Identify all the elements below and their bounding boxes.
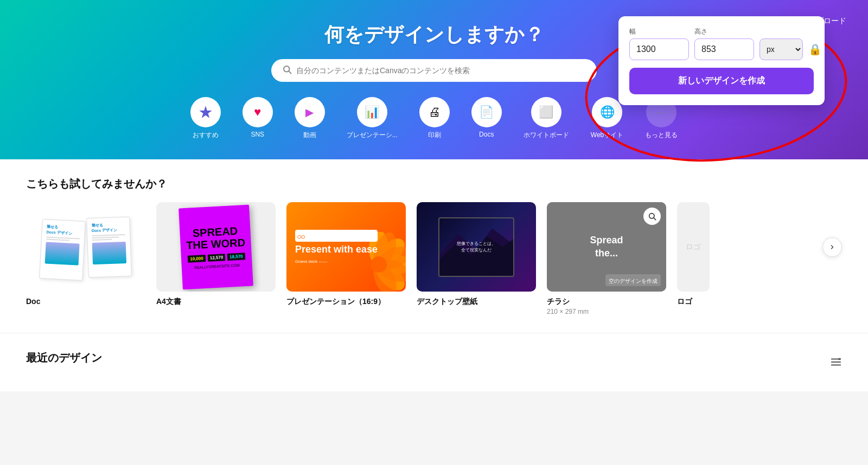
a4-label: A4文書 [156,297,276,307]
sidebar-item-sns[interactable]: ♥ SNS [242,97,273,140]
sidebar-item-docs[interactable]: 📄 Docs [471,97,502,140]
sidebar-item-whiteboard[interactable]: ⬜ ホワイトボード [524,97,569,140]
recent-section-title: 最近のデザイン [26,351,102,365]
unit-field: px mm cm in [760,29,803,60]
card-doc[interactable]: 魅せるDocs デザイン 魅せるDocs デザイン Doc [26,202,145,315]
wallpaper-thumbnail: 想像できることは、全て現実なんだ [417,202,536,292]
logo-label: ロゴ [677,297,710,307]
video-icon: ▶ [295,97,325,127]
card-wallpaper[interactable]: 想像できることは、全て現実なんだ デスクトップ壁紙 [417,202,536,315]
create-design-button[interactable]: 新しいデザインを作成 [629,68,814,94]
whiteboard-icon: ⬜ [531,97,561,127]
try-section-title: こちらも試してみませんか？ [26,177,842,191]
print-icon: 🖨 [419,97,450,127]
doc-thumbnail: 魅せるDocs デザイン 魅せるDocs デザイン [26,202,145,292]
recent-section: 最近のデザイン [0,333,868,391]
website-icon: 🌐 [592,97,622,127]
flyer-label: チラシ [547,297,666,307]
wallpaper-text: 想像できることは、全て現実なんだ [457,241,496,254]
sns-icon: ♥ [242,97,273,127]
height-label: 高さ [694,27,754,36]
search-bar [271,59,597,82]
website-label: Webサイト [591,131,623,140]
height-field: 高さ [694,27,754,60]
a4-thumbnail: SPREADTHE WORD 10,000 12,570 18,570 REAL… [156,202,276,292]
pres-thumbnail: ⬡⬡ Present with ease Grand deck —— [286,202,406,292]
recent-header: 最近のデザイン [26,351,842,376]
doc-page-front: 魅せるDocs デザイン [86,216,132,277]
logo-partial-text: ロゴ [677,242,710,252]
card-a4[interactable]: SPREADTHE WORD 10,000 12,570 18,570 REAL… [156,202,276,315]
sidebar-item-website[interactable]: 🌐 Webサイト [591,97,623,140]
card-flyer[interactable]: Spreadthe... 空のデザインを作成 チラシ 210 × 297 mm [547,202,666,315]
svg-line-1 [289,71,291,73]
a4-subtext: REALLYGREATSITE.COM [194,263,240,269]
whiteboard-label: ホワイトボード [524,131,569,140]
card-logo[interactable]: ロゴ ロゴ [677,202,710,315]
more-label: もっと見る [645,131,678,140]
recommend-icon [190,97,221,127]
svg-rect-19 [839,358,841,360]
sidebar-item-recommend[interactable]: おすすめ [190,97,221,140]
presentation-icon: 📊 [357,97,387,127]
sidebar-item-print[interactable]: 🖨 印刷 [419,97,450,140]
print-label: 印刷 [428,131,441,140]
width-label: 幅 [629,27,689,36]
svg-line-15 [654,218,656,220]
sidebar-item-video[interactable]: ▶ 動画 [295,97,325,140]
recommend-label: おすすめ [193,131,219,140]
wallpaper-inner: 想像できることは、全て現実なんだ [438,217,514,277]
logo-thumbnail: ロゴ [677,202,710,292]
card-grid: 魅せるDocs デザイン 魅せるDocs デザイン Doc SP [26,202,842,315]
hero-banner: カスタムサイズ アップロード 何をデザインしますか？ おすすめ ♥ SNS [0,0,868,159]
unit-label [760,29,803,36]
doc-label: Doc [26,297,145,306]
doc-page-back: 魅せるDocs デザイン [39,218,86,280]
card-grid-wrapper: 魅せるDocs デザイン 魅せるDocs デザイン Doc SP [26,202,842,315]
pres-brand-badge: ⬡⬡ [295,230,378,242]
flyer-thumbnail: Spreadthe... 空のデザインを作成 [547,202,666,292]
list-view-icon[interactable] [830,356,842,371]
sns-label: SNS [251,131,264,138]
flyer-text: Spreadthe... [590,234,623,260]
docs-icon: 📄 [471,97,502,127]
height-input[interactable] [694,38,754,60]
pres-title-text: Present with ease [295,244,378,256]
flyer-search-icon[interactable] [643,208,661,225]
lock-icon[interactable]: 🔒 [808,43,822,56]
presentation-label: プレゼンテーシ... [347,131,398,140]
width-input[interactable] [629,38,689,60]
width-field: 幅 [629,27,689,60]
wallpaper-label: デスクトップ壁紙 [417,297,536,307]
popup-dimensions-row: 幅 高さ px mm cm in 🔒 [629,27,814,60]
card-presentation[interactable]: ⬡⬡ Present with ease Grand deck —— プレゼンテ… [286,202,406,315]
next-arrow-button[interactable] [822,237,842,257]
a4-text: SPREADTHE WORD [186,224,246,251]
custom-size-popup: 幅 高さ px mm cm in 🔒 新しいデザインを作成 [618,16,825,105]
flyer-sublabel: 210 × 297 mm [547,308,666,315]
sidebar-item-presentation[interactable]: 📊 プレゼンテーシ... [347,97,398,140]
search-icon [282,64,292,76]
try-section: こちらも試してみませんか？ 魅せるDocs デザイン 魅せるDocs デザイン [0,159,868,333]
video-label: 動画 [303,131,316,140]
a4-inner: SPREADTHE WORD 10,000 12,570 18,570 REAL… [178,204,253,289]
unit-select[interactable]: px mm cm in [760,38,803,60]
presentation-label: プレゼンテーション（16:9） [286,297,406,307]
search-input[interactable] [296,66,586,75]
docs-label: Docs [479,131,494,138]
